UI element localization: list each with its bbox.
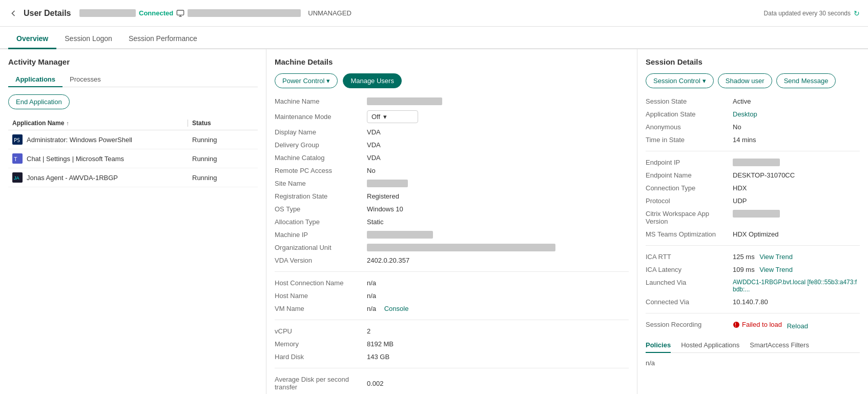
allocation-type-label: Allocation Type (275, 218, 367, 226)
session-btn-group: Session Control ▾ Shadow user Send Messa… (646, 73, 860, 88)
os-type-label: OS Type (275, 205, 367, 213)
ica-rtt-value: 125 ms View Trend (733, 253, 860, 261)
site-name-value: ████████ (367, 180, 629, 187)
hard-disk-label: Hard Disk (275, 353, 367, 361)
display-name-value: VDA (367, 128, 629, 136)
shadow-user-button[interactable]: Shadow user (718, 73, 772, 88)
send-message-button[interactable]: Send Message (776, 73, 836, 88)
vcpu-label: vCPU (275, 327, 367, 335)
svg-text:!: ! (735, 322, 736, 328)
vda-version-label: VDA Version (275, 257, 367, 264)
bottom-tab-hosted-apps[interactable]: Hosted Applications (681, 338, 739, 353)
page-header: User Details ████████████ Connected ████… (0, 0, 868, 27)
session-recording-value: ! Failed to load Reload (733, 321, 860, 330)
memory-label: Memory (275, 340, 367, 348)
endpoint-ip-label: Endpoint IP (646, 159, 733, 166)
refresh-text: Data updated every 30 seconds (764, 10, 851, 17)
recording-error: ! Failed to load (733, 321, 782, 328)
ica-latency-label: ICA Latency (646, 266, 733, 273)
back-button[interactable] (8, 8, 18, 18)
org-unit-value: ████████████████████████████████████████ (367, 244, 629, 251)
svg-text:PS: PS (14, 137, 20, 143)
monitor-icon (176, 9, 184, 17)
tab-session-logon[interactable]: Session Logon (56, 29, 120, 49)
activity-manager-panel: Activity Manager Applications Processes … (0, 49, 266, 394)
app-name-label: Administrator: Windows PowerShell (27, 136, 192, 144)
machine-ip-label: Machine IP (275, 231, 367, 239)
agent-icon: JA (12, 172, 23, 183)
manage-users-button[interactable]: Manage Users (343, 73, 402, 88)
tab-session-performance[interactable]: Session Performance (120, 29, 205, 49)
machine-fields: Machine Name ████████████████ Maintenanc… (275, 97, 629, 264)
desktop-link[interactable]: Desktop (733, 110, 757, 118)
app-state-value: Desktop (733, 110, 860, 118)
tab-overview[interactable]: Overview (8, 29, 56, 49)
connected-via-label: Connected Via (646, 298, 733, 306)
machine-details-title: Machine Details (275, 57, 629, 66)
col-name-header: Application Name ↑ (12, 120, 183, 127)
session-control-button[interactable]: Session Control ▾ (646, 73, 714, 88)
refresh-icon: ↻ (854, 9, 860, 17)
console-link[interactable]: Console (384, 305, 409, 312)
endpoint-name-label: Endpoint Name (646, 171, 733, 179)
vda-version-value: 2402.0.20.357 (367, 257, 629, 264)
table-row: T Chat | Settings | Microsoft Teams Runn… (8, 149, 258, 168)
ica-rtt-label: ICA RTT (646, 253, 733, 261)
host-conn-label: Host Connection Name (275, 279, 367, 287)
sub-tab-processes[interactable]: Processes (63, 72, 108, 87)
time-in-state-label: Time in State (646, 136, 733, 144)
chevron-down-icon: ▾ (702, 77, 706, 85)
session-recording-label: Session Recording (646, 321, 733, 328)
delivery-group-value: VDA (367, 141, 629, 149)
ica-latency-trend-link[interactable]: View Trend (759, 266, 793, 273)
page-title: User Details (24, 9, 71, 18)
remote-pc-value: No (367, 167, 629, 174)
app-table-header: Application Name ↑ Status (8, 116, 258, 130)
bottom-tabs: Policies Hosted Applications SmartAccess… (646, 338, 860, 353)
sub-tab-applications[interactable]: Applications (8, 72, 63, 87)
conn-type-value: HDX (733, 184, 860, 192)
power-control-button[interactable]: Power Control ▾ (275, 73, 338, 88)
username-label: ████████████ (79, 9, 136, 17)
bottom-tab-policies[interactable]: Policies (646, 338, 671, 353)
reg-state-label: Registration State (275, 192, 367, 200)
citrix-version-value: ██████████ (733, 210, 860, 218)
maintenance-mode-label: Maintenance Mode (275, 113, 367, 121)
policies-value: n/a (646, 359, 860, 367)
vcpu-value: 2 (367, 327, 629, 335)
maintenance-mode-value: Off ▾ (367, 110, 629, 123)
app-name-label: Chat | Settings | Microsoft Teams (27, 155, 192, 163)
ica-rtt-trend-link[interactable]: View Trend (759, 253, 793, 261)
citrix-version-label: Citrix Workspace App Version (646, 210, 733, 225)
maintenance-mode-select[interactable]: Off ▾ (367, 110, 418, 123)
session-details-panel: Session Details Session Control ▾ Shadow… (637, 49, 868, 394)
svg-point-9 (733, 322, 739, 328)
app-state-label: Application State (646, 110, 733, 118)
app-status-label: Running (192, 174, 254, 182)
end-application-button[interactable]: End Application (8, 94, 70, 109)
svg-text:JA: JA (14, 175, 19, 181)
machine-catalog-value: VDA (367, 154, 629, 162)
session-details-title: Session Details (646, 57, 860, 66)
main-tabs: Overview Session Logon Session Performan… (0, 27, 868, 49)
host-name-label: Host Name (275, 292, 367, 300)
bottom-tab-smartaccess[interactable]: SmartAccess Filters (750, 338, 809, 353)
app-status-label: Running (192, 136, 254, 144)
machine-ip-value: ██████████████ (367, 231, 629, 239)
powershell-icon: PS (12, 134, 23, 145)
perf-fields: Average Disk per second transfer 0.002 C… (275, 376, 629, 394)
unmanaged-status: UNMANAGED (308, 9, 352, 17)
svg-text:T: T (14, 156, 17, 162)
vm-name-label: VM Name (275, 305, 367, 312)
recording-reload-link[interactable]: Reload (787, 322, 808, 330)
protocol-label: Protocol (646, 197, 733, 205)
ms-teams-label: MS Teams Optimization (646, 230, 733, 238)
vm-name-value: n/a Console (367, 305, 629, 312)
header-status: ████████████ Connected █████████████████… (79, 9, 352, 17)
resource-fields: vCPU 2 Memory 8192 MB Hard Disk 143 GB (275, 327, 629, 361)
time-in-state-value: 14 mins (733, 136, 860, 144)
connected-via-value: 10.140.7.80 (733, 298, 860, 306)
session-state-label: Session State (646, 97, 733, 105)
main-content: Activity Manager Applications Processes … (0, 49, 868, 394)
host-conn-value: n/a (367, 279, 629, 287)
